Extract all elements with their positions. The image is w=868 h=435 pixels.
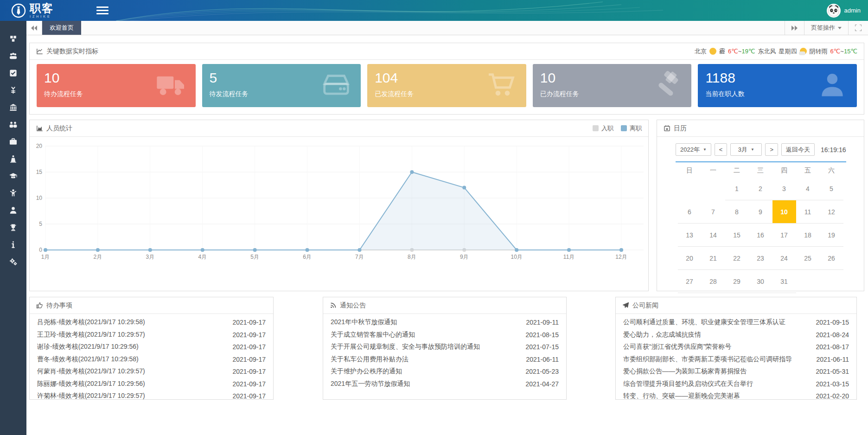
calendar-day[interactable]: 1 — [725, 177, 749, 200]
sidebar-item-speaker[interactable] — [0, 150, 26, 167]
list-item[interactable]: 曹冬-绩效考核(2021/9/17 10:29:58) 2021-09-17 — [37, 353, 266, 366]
sidebar-item-cubes[interactable] — [0, 30, 26, 47]
item-date: 2021-07-15 — [525, 343, 559, 351]
calendar-day[interactable]: 23 — [749, 247, 772, 270]
calendar-day[interactable]: 19 — [820, 224, 843, 247]
calendar-day[interactable]: 14 — [702, 224, 725, 247]
sidebar-item-bank[interactable] — [0, 99, 26, 116]
calendar-day[interactable]: 2 — [749, 177, 772, 200]
calendar-day[interactable]: 4 — [796, 177, 820, 200]
sidebar-item-team[interactable] — [0, 47, 26, 64]
list-item[interactable]: 公司顺利通过质量、环境、职业健康安全管理三体系认证 2021-09-15 — [623, 316, 849, 329]
chart-title: 人员统计 — [46, 124, 72, 133]
menu-toggle-icon[interactable] — [96, 6, 108, 16]
calendar-day[interactable]: 7 — [702, 200, 725, 224]
list-item[interactable]: 转变、行动、突破——迎新晚会完美谢幕 2021-02-20 — [623, 390, 849, 403]
user-menu[interactable]: admin — [827, 4, 868, 18]
scroll-tabs-right-button[interactable] — [785, 21, 804, 35]
scroll-tabs-left-button[interactable] — [26, 21, 42, 35]
calendar-day[interactable]: 11 — [796, 200, 820, 224]
calendar-day[interactable]: 18 — [796, 224, 820, 247]
item-text: 市委组织部副部长、市委两新工委项书记莅临公司调研指导 — [623, 355, 807, 364]
tab-operations-dropdown[interactable]: 页签操作 — [804, 21, 848, 35]
list-item[interactable]: 关于开展公司规章制度、安全与事故预防培训的通知 2021-07-15 — [331, 341, 559, 353]
list-item[interactable]: 公司喜获“浙江省优秀供应商”荣誉称号 2021-08-17 — [623, 341, 849, 353]
notice-title: 通知公告 — [340, 301, 366, 310]
back-to-today-button[interactable]: 返回今天 — [781, 143, 815, 156]
list-item[interactable]: 关于成立销管客服中心的通知 2021-08-15 — [331, 329, 559, 341]
sidebar-item-check-square[interactable] — [0, 64, 26, 82]
sidebar-item-gears[interactable] — [0, 253, 26, 270]
list-item[interactable]: 陈丽娜-绩效考核(2021/9/17 10:29:56) 2021-09-17 — [37, 378, 266, 390]
sidebar-item-info[interactable] — [0, 236, 26, 253]
calendar-day[interactable]: 26 — [820, 247, 843, 270]
weekday-label: 四 — [772, 164, 796, 177]
sidebar-item-yen[interactable] — [0, 82, 26, 99]
calendar-day[interactable]: 20 — [678, 247, 702, 270]
calendar-day-selected[interactable]: 10 — [772, 200, 796, 224]
item-date: 2021-06-11 — [526, 356, 559, 363]
calendar-day[interactable]: 27 — [678, 270, 702, 293]
calendar-day[interactable]: 3 — [772, 177, 796, 200]
stat-card-0[interactable]: 10 待办流程任务 — [37, 64, 196, 107]
item-text: 公司顺利通过质量、环境、职业健康安全管理三体系认证 — [623, 318, 806, 326]
calendar-day[interactable]: 12 — [820, 200, 843, 224]
list-item[interactable]: 许菊林-绩效考核(2021/9/17 10:29:57) 2021-09-17 — [37, 390, 266, 403]
sidebar-item-users[interactable] — [0, 116, 26, 133]
calendar-day[interactable]: 30 — [749, 270, 772, 293]
calendar-day[interactable]: 13 — [678, 224, 702, 247]
calendar-day[interactable]: 29 — [725, 270, 749, 293]
next-month-button[interactable]: > — [765, 143, 778, 156]
calendar-day[interactable]: 8 — [725, 200, 749, 224]
list-item[interactable]: 2021年五一劳动节放假通知 2021-04-27 — [331, 378, 559, 390]
tab-home[interactable]: 欢迎首页 — [42, 21, 81, 35]
calendar-grid: 日一二三四五六123456789101112131415161718192021… — [678, 164, 843, 293]
year-select[interactable]: 2022年 — [676, 143, 711, 156]
list-item[interactable]: 吕尧栋-绩效考核(2021/9/17 10:29:58) 2021-09-17 — [37, 316, 266, 329]
prev-month-button[interactable]: < — [715, 143, 728, 156]
stat-card-4[interactable]: 1188 当前在职人数 — [698, 64, 857, 107]
fullscreen-button[interactable] — [848, 21, 868, 35]
list-item[interactable]: 王卫玲-绩效考核(2021/9/17 10:29:57) 2021-09-17 — [37, 329, 266, 341]
calendar-day[interactable]: 25 — [796, 247, 820, 270]
calendar-day[interactable]: 24 — [772, 247, 796, 270]
calendar-day[interactable]: 5 — [820, 177, 843, 200]
legend-item[interactable]: 入职 — [593, 124, 613, 133]
item-text: 关于成立销管客服中心的通知 — [331, 331, 516, 339]
gears-icon — [9, 257, 18, 266]
legend-item[interactable]: 离职 — [621, 124, 642, 133]
list-item[interactable]: 关于私车公用费用补贴办法 2021-06-11 — [331, 353, 559, 366]
calendar-day[interactable]: 6 — [678, 200, 702, 224]
calendar-day[interactable]: 31 — [772, 270, 796, 293]
calendar-day[interactable]: 17 — [772, 224, 796, 247]
sidebar-item-trophy[interactable] — [0, 219, 26, 236]
stat-card-2[interactable]: 104 已发流程任务 — [367, 64, 526, 107]
list-item[interactable]: 爱心助力，众志成城抗疫情 2021-08-24 — [623, 329, 849, 341]
sidebar-item-child[interactable] — [0, 185, 26, 202]
item-text: 关于维护办公秩序的通知 — [331, 367, 516, 376]
calendar-day[interactable]: 21 — [702, 247, 725, 270]
graduation-cap-icon — [9, 172, 18, 180]
calendar-day[interactable]: 22 — [725, 247, 749, 270]
list-item[interactable]: 何蒙肖-绩效考核(2021/9/17 10:29:57) 2021-09-17 — [37, 365, 266, 378]
child-icon — [9, 189, 18, 198]
calendar-day[interactable]: 15 — [725, 224, 749, 247]
list-item[interactable]: 综合管理提升项目签约及启动仪式在天台举行 2021-03-15 — [623, 378, 849, 390]
list-item[interactable]: 市委组织部副部长、市委两新工委项书记莅临公司调研指导 2021-06-11 — [623, 353, 849, 366]
list-item[interactable]: 爱心捐款公告——为装卸工杨家青募捐报告 2021-05-31 — [623, 365, 849, 378]
list-item[interactable]: 关于维护办公秩序的通知 2021-05-23 — [331, 365, 559, 378]
list-item[interactable]: 谢珍-绩效考核(2021/9/17 10:29:56) 2021-09-17 — [37, 341, 266, 353]
indicators-title: 关键数据实时指标 — [46, 47, 98, 56]
item-text: 王卫玲-绩效考核(2021/9/17 10:29:57) — [37, 331, 223, 339]
month-select[interactable]: 3月 — [730, 143, 762, 156]
stat-card-1[interactable]: 5 待发流程任务 — [202, 64, 361, 107]
calendar-panel: 日历 2022年 < 3月 > 返回今天 16:19:16 日一二三四五六123… — [657, 120, 864, 291]
calendar-day[interactable]: 28 — [702, 270, 725, 293]
sidebar-item-user[interactable] — [0, 202, 26, 219]
stat-card-3[interactable]: 10 已办流程任务 — [533, 64, 692, 107]
sidebar-item-graduation-cap[interactable] — [0, 167, 26, 185]
list-item[interactable]: 2021年中秋节放假通知 2021-09-11 — [331, 316, 559, 329]
calendar-day[interactable]: 16 — [749, 224, 772, 247]
calendar-day[interactable]: 9 — [749, 200, 772, 224]
sidebar-item-briefcase[interactable] — [0, 133, 26, 150]
